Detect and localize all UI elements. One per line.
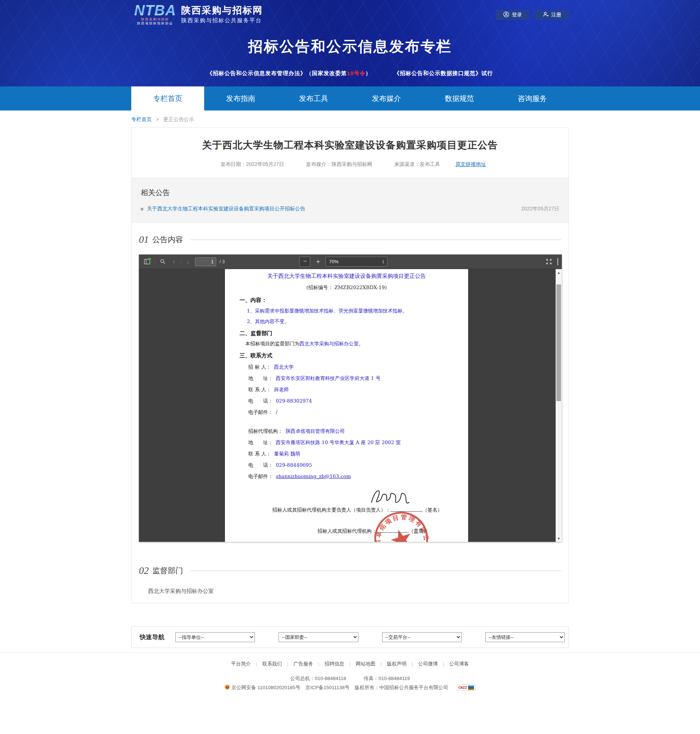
site-subtitle: 陕西采购与招标公共服务平台 — [181, 17, 263, 24]
logo-caption-2: 陕西省招标投标协会 — [134, 22, 176, 25]
quick-nav-label: 快速导航 — [140, 633, 165, 641]
fullscreen-icon[interactable] — [544, 257, 553, 266]
supervision-department-value: 西北大学采购与招标办公室 — [148, 588, 561, 595]
section-title: 监督部门 — [152, 566, 183, 576]
police-badge-icon — [225, 684, 230, 691]
pdf-content-area: 关于西北大学生物工程本科实验室建设设备购置采购项目更正公告 (招标编号： ZMZ… — [139, 269, 562, 542]
company-fax: 传真：010-88484119 — [363, 676, 410, 681]
friendly-links-select[interactable]: --友情链接-- — [485, 632, 565, 642]
footer-link-contact-us[interactable]: 联系我们 — [262, 661, 282, 666]
login-button[interactable]: 登录 — [496, 10, 529, 20]
spinner-icon: ▲▼ — [382, 260, 385, 264]
footer-link-copyright-statement[interactable]: 版权声明 — [387, 661, 406, 666]
zoom-in-button[interactable]: + — [314, 258, 322, 266]
pdf-ref-number: (招标编号： ZMZB2022XBDX-19) — [225, 284, 468, 291]
footer-link-blog[interactable]: 公司博客 — [449, 661, 469, 666]
scroll-down-icon[interactable]: ▼ — [556, 537, 562, 540]
scroll-up-icon[interactable]: ▲ — [556, 271, 562, 275]
status-dot — [149, 258, 151, 260]
breadcrumb: 专栏首页 > 更正公告公示 — [131, 116, 569, 123]
footer-link-weibo[interactable]: 公司微博 — [418, 661, 438, 666]
site-name: 陕西采购与招标网 — [181, 5, 263, 16]
footer-link-sitemap[interactable]: 网站地图 — [356, 661, 375, 666]
signature-block: 招标人或其招标代理机构主要负责人（项目负责人）：（签名） 招标人或其招标代理机构… — [225, 507, 468, 534]
footer-links: 平台简介|联系我们|广告服务|招聘信息|网站地图|版权声明|公司微博|公司博客 — [0, 661, 700, 667]
related-title: 相关公告 — [141, 188, 559, 198]
agency-email-link[interactable]: shanxizhuoming_zb@163.com — [276, 473, 351, 479]
pdf-viewer: ↑ ↓ / 3 − + 70% ▲▼ — [139, 254, 562, 542]
page-title: 关于西北大学生物工程本科实验室建设设备购置采购项目更正公告 — [146, 138, 554, 152]
cnzz-counter-badge[interactable]: CNZZ — [457, 684, 475, 691]
related-date: 2022年05月27日 — [521, 206, 559, 212]
banner-note: 《招标公告和公示信息发布管理办法》（国家发改委第10号令） 《招标公告和公示数据… — [131, 70, 569, 77]
publish-media: 发布媒介：陕西采购与招标网 — [306, 161, 372, 167]
section-02-header: 02 监督部门 — [139, 565, 561, 576]
footer-icp-row: 京公网安备 11010802020185号 京ICP备15011138号 版权所… — [0, 684, 700, 691]
footer-link-platform-intro[interactable]: 平台简介 — [231, 661, 251, 666]
tab-publish-tool[interactable]: 发布工具 — [277, 87, 350, 110]
list-item: 关于西北大学生物工程本科实验室建设设备购置采购项目公开招标公告 2022年05月… — [141, 206, 559, 212]
tab-publish-guide[interactable]: 发布指南 — [204, 87, 277, 110]
article-meta: 发布日期：2022年05月27日 发布媒介：陕西采购与招标网 来源渠道：发布工具… — [146, 161, 554, 168]
register-button[interactable]: 注册 — [535, 10, 569, 20]
pdf-doc-title: 关于西北大学生物工程本科实验室建设设备购置采购项目更正公告 — [225, 273, 468, 279]
user-add-icon — [543, 11, 549, 19]
scrollbar-thumb[interactable] — [556, 284, 561, 401]
breadcrumb-home-link[interactable]: 专栏首页 — [131, 116, 151, 122]
tab-data-standard[interactable]: 数据规范 — [423, 87, 496, 110]
pdf-page: 关于西北大学生物工程本科实验室建设设备购置采购项目更正公告 (招标编号： ZMZ… — [225, 269, 468, 542]
previous-page-icon[interactable]: ↑ — [170, 259, 178, 265]
zoom-level-select[interactable]: 70% ▲▼ — [326, 257, 388, 266]
search-icon[interactable] — [158, 257, 167, 266]
next-page-icon[interactable]: ↓ — [184, 259, 192, 265]
publish-date: 发布日期：2022年05月27日 — [221, 161, 284, 167]
toolbar-handle — [557, 258, 558, 265]
quick-nav-box: 快速导航 --指导单位-- --国家部委-- --交易平台-- --友情链接-- — [131, 627, 569, 648]
guiding-unit-select[interactable]: --指导单位-- — [175, 632, 255, 642]
cnzz-flag-icon — [468, 685, 474, 690]
tab-publish-media[interactable]: 发布媒介 — [350, 87, 423, 110]
bullet-icon — [141, 208, 143, 210]
zoom-out-button[interactable]: − — [299, 257, 310, 267]
national-ministries-select[interactable]: --国家部委-- — [278, 632, 358, 642]
trading-platform-select[interactable]: --交易平台-- — [382, 632, 462, 642]
section-title: 公告内容 — [152, 234, 183, 245]
site-footer: 平台简介|联系我们|广告服务|招聘信息|网站地图|版权声明|公司微博|公司博客 … — [0, 652, 700, 691]
divider — [190, 571, 561, 571]
breadcrumb-current: 更正公告公示 — [163, 116, 194, 122]
police-beian-link[interactable]: 京公网安备 11010802020185号 — [225, 684, 300, 691]
company-phone: 公司总机：010-88484118 — [290, 676, 346, 681]
tab-consult-service[interactable]: 咨询服务 — [496, 87, 569, 110]
related-announcements: 相关公告 关于西北大学生物工程本科实验室建设设备购置采购项目公开招标公告 202… — [132, 178, 568, 223]
site-header: NTBA 陕西采购与招标 陕西省招标投标协会 陕西采购与招标网 陕西采购与招标公… — [0, 0, 700, 87]
page-total: / 3 — [219, 259, 225, 264]
tab-column-home[interactable]: 专栏首页 — [131, 87, 204, 110]
footer-phone-row: 公司总机：010-88484118 传真：010-88484119 — [0, 675, 700, 682]
icp-link[interactable]: 京ICP备15011138号 — [306, 684, 350, 691]
red-order-number: 10号令 — [347, 70, 365, 76]
footer-link-ad-service[interactable]: 广告服务 — [294, 661, 313, 666]
sidebar-toggle-icon[interactable] — [143, 257, 151, 266]
section-01-header: 01 公告内容 — [139, 234, 561, 245]
original-link[interactable]: 原文链接地址 — [455, 161, 486, 167]
section-number: 02 — [139, 565, 149, 577]
banner-title: 招标公告和公示信息发布专栏 — [131, 37, 569, 56]
page-number-input[interactable] — [195, 257, 216, 266]
user-circle-icon — [503, 11, 509, 19]
logo-ntba-mark: NTBA — [134, 3, 176, 18]
pdf-toolbar: ↑ ↓ / 3 − + 70% ▲▼ — [139, 254, 562, 269]
source-channel: 来源渠道：发布工具 — [394, 161, 440, 167]
seal-blank — [376, 528, 409, 533]
copyright-owner: 版权所有：中国招标公共服务平台有限公司 — [355, 684, 449, 691]
footer-link-recruitment[interactable]: 招聘信息 — [325, 661, 344, 666]
divider — [190, 240, 561, 240]
section-number: 01 — [139, 234, 149, 246]
site-logo: NTBA 陕西采购与招标 陕西省招标投标协会 陕西采购与招标网 陕西采购与招标公… — [134, 3, 263, 25]
article-box: 关于西北大学生物工程本科实验室建设设备购置采购项目更正公告 发布日期：2022年… — [131, 127, 569, 603]
related-announcement-link[interactable]: 关于西北大学生物工程本科实验室建设设备购置采购项目公开招标公告 — [147, 206, 305, 212]
main-nav: 专栏首页 发布指南 发布工具 发布媒介 数据规范 咨询服务 — [0, 87, 700, 110]
pdf-scrollbar[interactable]: ▲ ▼ — [556, 269, 562, 542]
